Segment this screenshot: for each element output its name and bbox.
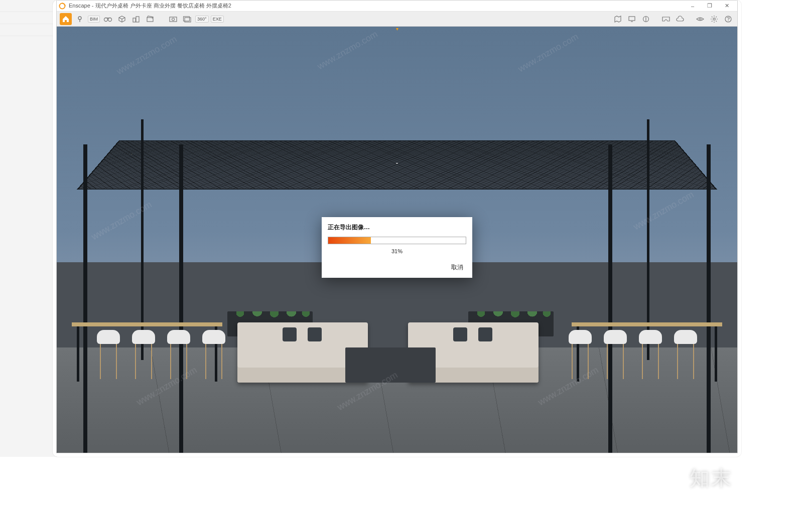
scene-stool	[202, 330, 225, 344]
maximize-button[interactable]: ❐	[701, 1, 718, 11]
titlebar: Enscape - 现代户外桌椅 户外卡座 商业外摆 餐饮店桌椅 外摆桌椅2 –…	[57, 1, 737, 12]
views-button[interactable]	[116, 13, 128, 25]
enscape-window: Enscape - 现代户外桌椅 户外卡座 商业外摆 餐饮店桌椅 外摆桌椅2 –…	[56, 0, 738, 453]
window-title: Enscape - 现代户外桌椅 户外卡座 商业外摆 餐饮店桌椅 外摆桌椅2	[69, 2, 684, 10]
watermark-brand: 知末	[690, 464, 733, 492]
home-button[interactable]	[60, 13, 72, 25]
screenshot-button[interactable]	[167, 13, 179, 25]
scene-bar-table	[572, 322, 722, 326]
export-progress-dialog: 正在导出图像… 31% 取消	[322, 217, 472, 278]
scene-stool	[639, 330, 662, 344]
map-button[interactable]	[612, 13, 624, 25]
scene-coffee-table	[345, 347, 436, 383]
dialog-title: 正在导出图像…	[328, 223, 466, 232]
svg-point-1	[78, 17, 81, 20]
buildings-button[interactable]	[130, 13, 142, 25]
scene-stool	[674, 330, 697, 344]
visual-settings-button[interactable]	[694, 13, 706, 25]
export-exe-button[interactable]: EXE	[211, 16, 224, 23]
toolbar: BIM 360° EXE	[57, 12, 737, 27]
progress-percent-label: 31%	[328, 248, 466, 254]
svg-rect-5	[136, 17, 139, 22]
pano-360-button[interactable]: 360°	[195, 16, 209, 23]
scene-pergola	[77, 69, 717, 330]
scene-stool	[97, 330, 120, 344]
vr-button[interactable]	[660, 13, 672, 25]
progress-bar	[328, 237, 466, 244]
clapperboard-button[interactable]	[144, 13, 156, 25]
scene-stool	[604, 330, 627, 344]
svg-point-14	[713, 18, 715, 20]
pin-button[interactable]	[74, 13, 86, 25]
toolbar-collapse-chevron-icon[interactable]: ▾	[389, 27, 405, 31]
help-button[interactable]	[722, 13, 734, 25]
svg-rect-7	[170, 17, 177, 22]
cancel-button[interactable]: 取消	[448, 261, 466, 274]
cube-mode-button[interactable]	[640, 13, 652, 25]
cloud-button[interactable]	[674, 13, 686, 25]
svg-rect-11	[629, 17, 635, 21]
progress-fill	[328, 237, 371, 244]
close-button[interactable]: ✕	[718, 1, 735, 11]
binoculars-button[interactable]	[102, 13, 114, 25]
svg-point-16	[728, 20, 729, 21]
batch-screenshot-button[interactable]	[181, 13, 193, 25]
svg-point-8	[172, 18, 175, 21]
minimize-button[interactable]: –	[684, 1, 701, 11]
background-window-sliver	[0, 0, 57, 457]
settings-button[interactable]	[708, 13, 720, 25]
svg-rect-10	[185, 18, 191, 22]
scene-stool	[569, 330, 592, 344]
render-viewport[interactable]: ▾ 正	[57, 27, 737, 453]
svg-rect-4	[133, 18, 136, 22]
svg-rect-9	[184, 17, 190, 21]
scene-stool	[132, 330, 155, 344]
screenshot-frame: Enscape - 现代户外桌椅 户外卡座 商业外摆 餐饮店桌椅 外摆桌椅2 –…	[53, 0, 741, 457]
scene-stool	[167, 330, 190, 344]
scene-bar-table	[72, 322, 222, 326]
bim-label[interactable]: BIM	[88, 16, 100, 23]
enscape-app-icon	[59, 3, 66, 10]
svg-point-13	[699, 18, 701, 20]
monitor-button[interactable]	[626, 13, 638, 25]
watermark-id: ID: 1140810912	[659, 498, 738, 509]
